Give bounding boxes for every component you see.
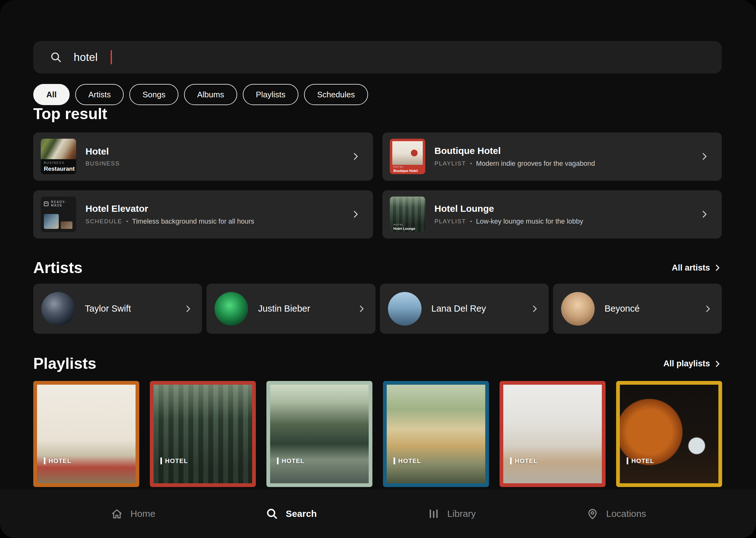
chevron-right-icon — [713, 263, 722, 272]
hotel-logo-bar — [393, 457, 395, 464]
chevron-right-icon — [357, 304, 366, 313]
chevron-right-icon — [699, 209, 709, 219]
thumb-brand: HOTEL — [393, 166, 418, 169]
bottom-nav: Home Search Library Locations — [0, 490, 756, 538]
playlist-thumbnail: HOTEL Boutique Hotel — [390, 139, 425, 174]
artist-avatar — [215, 292, 248, 326]
chevron-right-icon — [530, 304, 539, 313]
cover-art — [154, 385, 252, 483]
business-thumbnail: BUSINESS Restaurant — [41, 139, 76, 174]
chevron-right-icon — [713, 359, 722, 368]
main-content: hotel All Artists Songs Albums Playlists… — [0, 41, 756, 487]
result-title: Boutique Hotel — [434, 145, 700, 156]
calendar-icon — [44, 201, 48, 206]
result-type: BUSINESS — [85, 160, 120, 167]
playlist-thumbnail: HOTEL Hotel Lounge — [390, 196, 425, 232]
artist-name: Justin Bieber — [258, 303, 357, 314]
thumb-brand: HOTEL — [393, 224, 415, 226]
filter-chip-artists[interactable]: Artists — [75, 84, 124, 105]
thumb-badge: BUSINESS — [44, 161, 76, 165]
top-result-grid: BUSINESS Restaurant Hotel BUSINESS — [33, 133, 722, 239]
hotel-logo-bar — [510, 457, 512, 464]
artist-avatar — [41, 292, 75, 326]
result-description: Low-key lounge music for the lobby — [476, 217, 583, 226]
playlist-cover-4[interactable]: HOTEL — [383, 381, 489, 487]
restaurant-photo — [41, 139, 76, 159]
result-type: SCHEDULE — [85, 218, 122, 225]
cover-art — [37, 385, 135, 483]
result-card-hotel-lounge[interactable]: HOTEL Hotel Lounge Hotel Lounge PLAYLIST… — [382, 190, 722, 239]
cover-art — [503, 385, 602, 483]
thumb-label: Boutique Hotel — [393, 169, 418, 173]
artist-card-taylor-swift[interactable]: Taylor Swift — [33, 284, 202, 334]
artist-card-lana-del-rey[interactable]: Lana Del Rey — [380, 284, 549, 334]
playlist-cover-2[interactable]: HOTEL — [150, 381, 256, 487]
search-icon — [265, 507, 279, 520]
library-icon — [427, 507, 440, 520]
section-title-top-result: Top result — [33, 105, 722, 123]
text-cursor — [111, 50, 112, 64]
artist-avatar — [388, 292, 422, 326]
search-input[interactable]: hotel — [33, 41, 722, 74]
playlist-cover-3[interactable]: HOTEL — [266, 381, 373, 487]
result-card-boutique-hotel[interactable]: HOTEL Boutique Hotel Boutique Hotel PLAY… — [382, 133, 722, 181]
app-frame: hotel All Artists Songs Albums Playlists… — [0, 0, 756, 538]
nav-item-search[interactable]: Search — [265, 507, 317, 520]
playlist-cover-6[interactable]: HOTEL — [616, 381, 722, 487]
search-query-text: hotel — [74, 51, 98, 64]
section-title-playlists: Playlists — [33, 355, 96, 373]
thumb-label: Hotel Lounge — [393, 227, 415, 231]
filter-chip-playlists[interactable]: Playlists — [243, 84, 298, 105]
artist-card-justin-bieber[interactable]: Justin Bieber — [206, 284, 375, 334]
artist-name: Taylor Swift — [85, 303, 183, 314]
result-type: PLAYLIST — [434, 218, 466, 225]
artist-name: Beyoncé — [605, 303, 703, 314]
hotel-logo-bar — [44, 457, 45, 464]
playlist-cover-1[interactable]: HOTEL — [33, 381, 139, 487]
artist-avatar — [561, 292, 595, 326]
cover-art — [270, 385, 369, 483]
filter-chip-albums[interactable]: Albums — [184, 84, 237, 105]
chevron-right-icon — [351, 151, 361, 161]
result-card-hotel-elevator[interactable]: READY-MADE Hotel Elevator SCHEDULE • Tim… — [33, 190, 373, 239]
schedule-photo-small — [61, 221, 73, 229]
thumb-label: Restaurant — [44, 165, 76, 172]
result-type: PLAYLIST — [434, 160, 466, 167]
hotel-logo-bar — [160, 457, 162, 464]
filter-chip-all[interactable]: All — [33, 84, 70, 105]
schedule-photo — [44, 214, 59, 229]
nav-item-library[interactable]: Library — [427, 507, 476, 520]
playlist-cover-list: HOTEL HOTEL HOTEL HOTEL HOTEL HOTEL — [33, 381, 722, 487]
result-description: Timeless background music for all hours — [132, 217, 254, 226]
filter-chips: All Artists Songs Albums Playlists Sched… — [33, 84, 722, 105]
hotel-logo-bar — [277, 457, 278, 464]
all-artists-link[interactable]: All artists — [672, 263, 722, 273]
home-icon — [110, 507, 124, 520]
schedule-thumbnail: READY-MADE — [41, 196, 76, 232]
chevron-right-icon — [699, 151, 709, 161]
hotel-logo-bar — [627, 457, 628, 464]
cover-art — [387, 385, 485, 483]
section-title-artists: Artists — [33, 259, 82, 277]
result-title: Hotel Lounge — [434, 203, 700, 214]
result-card-hotel-business[interactable]: BUSINESS Restaurant Hotel BUSINESS — [33, 133, 373, 181]
filter-chip-songs[interactable]: Songs — [129, 84, 178, 105]
chevron-right-icon — [351, 209, 361, 219]
locations-icon — [586, 507, 599, 520]
artist-name: Lana Del Rey — [431, 303, 530, 314]
artist-list: Taylor Swift Justin Bieber Lana Del Rey … — [33, 284, 722, 334]
thumb-badge: READY-MADE — [51, 200, 73, 207]
chevron-right-icon — [703, 304, 713, 313]
artist-card-beyonce[interactable]: Beyoncé — [553, 284, 722, 334]
result-description: Modern indie grooves for the vagabond — [476, 160, 595, 168]
filter-chip-schedules[interactable]: Schedules — [304, 84, 368, 105]
nav-item-locations[interactable]: Locations — [586, 507, 646, 520]
playlist-cover-5[interactable]: HOTEL — [500, 381, 606, 487]
all-playlists-link[interactable]: All playlists — [663, 359, 722, 368]
search-icon — [49, 51, 63, 64]
result-title: Hotel Elevator — [85, 203, 351, 214]
cover-art — [620, 385, 718, 483]
chevron-right-icon — [183, 304, 193, 313]
result-title: Hotel — [85, 146, 351, 157]
nav-item-home[interactable]: Home — [110, 507, 155, 520]
